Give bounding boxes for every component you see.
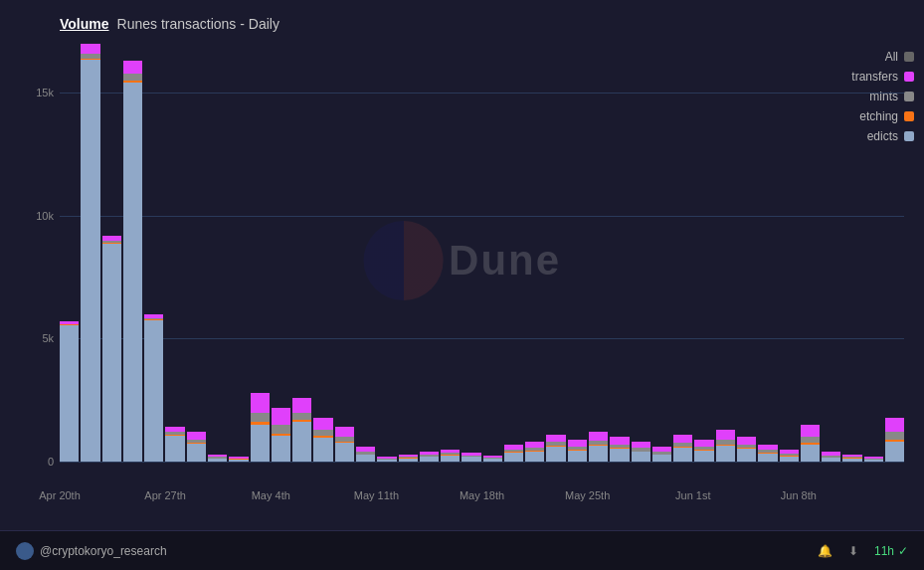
bar-segment-edicts: [420, 457, 439, 462]
bar-segment-edicts: [377, 460, 396, 462]
bar-group-19[interactable]: [462, 44, 480, 462]
timer: 11h ✓: [874, 544, 908, 558]
bar-group-32[interactable]: [737, 44, 756, 462]
bar-segment-edicts: [758, 454, 777, 462]
bar-group-2[interactable]: [102, 44, 121, 462]
bar-segment-mints: [292, 413, 311, 420]
timer-icon: ✓: [898, 544, 908, 558]
bar-segment-edicts: [462, 457, 480, 462]
bar-segment-edicts: [144, 320, 163, 462]
bar-group-16[interactable]: [399, 44, 418, 462]
x-label-Apr-20th: Apr 20th: [20, 489, 99, 501]
bars-area: [60, 44, 904, 462]
bar-segment-edicts: [864, 460, 883, 462]
y-label-15000: 15k: [36, 87, 54, 98]
bar-segment-edicts: [335, 443, 354, 462]
bar-group-25[interactable]: [589, 44, 608, 462]
x-label-Apr-27th: Apr 27th: [125, 489, 205, 501]
download-icon[interactable]: ⬇: [848, 544, 858, 558]
bar-segment-edicts: [399, 459, 418, 462]
bar-group-17[interactable]: [420, 44, 439, 462]
x-label-Jun-1st: Jun 1st: [653, 489, 733, 501]
bar-group-9[interactable]: [251, 44, 270, 462]
bell-icon[interactable]: 🔔: [818, 544, 832, 558]
bar-group-10[interactable]: [272, 44, 290, 462]
bar-segment-transfers: [694, 440, 713, 447]
bar-segment-transfers: [885, 418, 904, 433]
bar-group-22[interactable]: [525, 44, 544, 462]
user-avatar: [16, 542, 34, 560]
bar-group-15[interactable]: [377, 44, 396, 462]
bar-segment-edicts: [208, 459, 227, 462]
bar-segment-edicts: [187, 444, 206, 462]
bar-group-4[interactable]: [144, 44, 163, 462]
bar-segment-edicts: [737, 449, 756, 462]
bar-group-8[interactable]: [229, 44, 248, 462]
bar-segment-transfers: [610, 437, 629, 444]
bar-group-36[interactable]: [822, 44, 840, 462]
bar-segment-mints: [885, 432, 904, 439]
bar-group-21[interactable]: [504, 44, 523, 462]
bar-group-34[interactable]: [780, 44, 799, 462]
timer-value: 11h: [874, 544, 894, 558]
footer-left: @cryptokoryo_research: [16, 542, 167, 560]
legend-dot-etching: [904, 111, 914, 121]
bar-segment-edicts: [229, 460, 248, 462]
bar-group-5[interactable]: [165, 44, 184, 462]
bar-group-11[interactable]: [292, 44, 311, 462]
bar-segment-transfers: [737, 437, 756, 444]
bar-group-29[interactable]: [673, 44, 692, 462]
bar-group-30[interactable]: [694, 44, 713, 462]
x-label-May-25th: May 25th: [548, 489, 628, 501]
chart-container: Volume Runes transactions - Daily All tr…: [0, 0, 924, 570]
bar-group-39[interactable]: [885, 44, 904, 462]
bar-group-0[interactable]: [60, 44, 79, 462]
bar-segment-edicts: [885, 442, 904, 462]
chart-subtitle: Runes transactions - Daily: [117, 16, 279, 32]
legend-dot-edicts: [904, 131, 914, 141]
footer-right: 🔔 ⬇ 11h ✓: [818, 544, 908, 558]
bar-segment-edicts: [801, 445, 820, 462]
bar-segment-transfers: [546, 435, 565, 442]
chart-title: Volume Runes transactions - Daily: [60, 16, 904, 32]
bar-group-18[interactable]: [441, 44, 460, 462]
bar-group-33[interactable]: [758, 44, 777, 462]
bar-group-31[interactable]: [716, 44, 735, 462]
x-label-May-11th: May 11th: [336, 489, 416, 501]
bar-group-14[interactable]: [356, 44, 375, 462]
bar-group-12[interactable]: [313, 44, 332, 462]
bar-group-26[interactable]: [610, 44, 629, 462]
bar-segment-edicts: [694, 451, 713, 462]
bar-group-27[interactable]: [632, 44, 650, 462]
bar-group-24[interactable]: [568, 44, 587, 462]
username[interactable]: @cryptokoryo_research: [40, 544, 167, 558]
bar-segment-edicts: [102, 244, 121, 462]
legend-dot-mints: [904, 92, 914, 101]
bar-segment-transfers: [335, 427, 354, 437]
bar-group-6[interactable]: [187, 44, 206, 462]
bar-segment-mints: [123, 74, 142, 81]
bar-group-35[interactable]: [801, 44, 820, 462]
bar-segment-transfers: [716, 430, 735, 440]
bar-group-7[interactable]: [208, 44, 227, 462]
bar-segment-transfers: [251, 393, 270, 413]
bar-group-20[interactable]: [483, 44, 502, 462]
bar-segment-edicts: [589, 446, 608, 462]
bar-group-28[interactable]: [652, 44, 671, 462]
bar-group-23[interactable]: [546, 44, 565, 462]
bar-segment-edicts: [525, 452, 544, 462]
bar-segment-edicts: [610, 449, 629, 462]
bar-group-38[interactable]: [864, 44, 883, 462]
bar-segment-transfers: [801, 425, 820, 437]
bar-segment-transfers: [673, 435, 692, 443]
bar-group-1[interactable]: [81, 44, 99, 462]
bar-group-3[interactable]: [123, 44, 142, 462]
volume-link[interactable]: Volume: [60, 16, 109, 32]
bar-segment-edicts: [272, 436, 290, 462]
bar-segment-edicts: [822, 458, 840, 462]
x-label-Jun-8th: Jun 8th: [759, 489, 838, 501]
footer: @cryptokoryo_research 🔔 ⬇ 11h ✓: [0, 530, 924, 570]
bar-group-13[interactable]: [335, 44, 354, 462]
bar-group-37[interactable]: [842, 44, 861, 462]
bar-segment-edicts: [441, 456, 460, 462]
